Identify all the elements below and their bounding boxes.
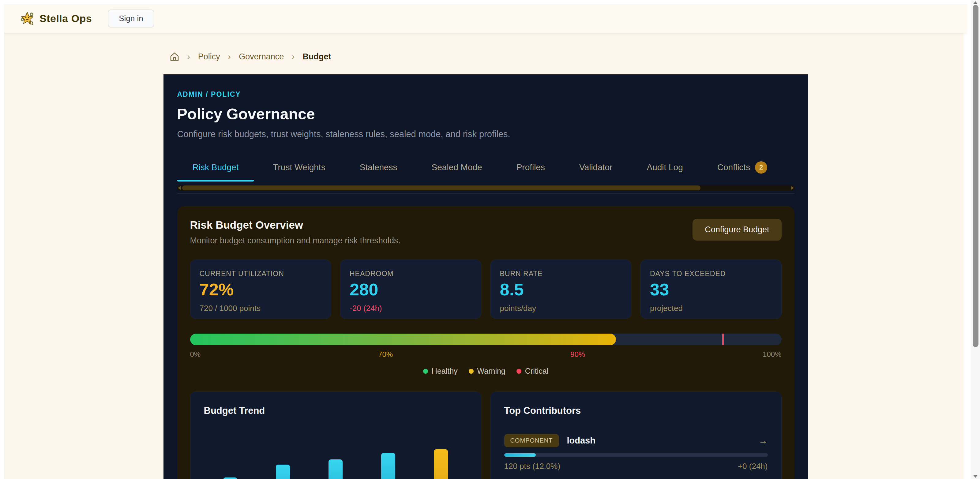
contribution-fill	[504, 453, 536, 457]
stat-value: 72%	[200, 281, 322, 298]
stat-value: 33	[650, 281, 772, 298]
scrollbar-thumb[interactable]	[973, 5, 978, 347]
stat-sub: -20 (24h)	[350, 304, 472, 313]
trend-bar[interactable]	[328, 460, 343, 479]
stat-card-burn-rate: BURN RATE 8.5 points/day	[490, 259, 632, 319]
warning-dot-icon	[469, 369, 474, 374]
top-contributors-title: Top Contributors	[504, 405, 768, 416]
overview-title: Risk Budget Overview	[190, 219, 401, 231]
stat-card-current-utilization: CURRENT UTILIZATION 72% 720 / 1000 point…	[190, 259, 331, 319]
budget-trend-card: Budget Trend 12/1 12/8 12/15 1	[190, 391, 481, 479]
stats-grid: CURRENT UTILIZATION 72% 720 / 1000 point…	[190, 259, 782, 319]
critical-threshold-marker	[722, 334, 724, 345]
legend-critical: Critical	[517, 367, 548, 376]
risk-budget-overview-card: Risk Budget Overview Monitor budget cons…	[177, 206, 794, 479]
status-legend: Healthy Warning Critical	[190, 367, 782, 376]
contributor-name: lodash	[567, 436, 595, 446]
home-icon[interactable]	[170, 52, 180, 62]
legend-warning: Warning	[469, 367, 506, 376]
overview-subtitle: Monitor budget consumption and manage ri…	[190, 236, 401, 245]
tab-risk-budget[interactable]: Risk Budget	[177, 157, 254, 181]
type-badge: COMPONENT	[504, 434, 559, 447]
tab-profiles[interactable]: Profiles	[501, 157, 560, 181]
stat-card-days-to-exceeded: DAYS TO EXCEEDED 33 projected	[641, 259, 782, 319]
scrollbar-track[interactable]	[971, 0, 980, 479]
axis-label-100: 100%	[763, 350, 781, 359]
contribution-points: 120 pts (12.0%)	[504, 461, 560, 471]
policy-governance-panel: ADMIN / POLICY Policy Governance Configu…	[164, 74, 808, 479]
healthy-dot-icon	[423, 369, 428, 374]
trend-bar[interactable]	[381, 453, 395, 479]
budget-trend-title: Budget Trend	[204, 405, 468, 416]
axis-label-70: 70%	[378, 350, 393, 359]
tabs-horizontal-scrollbar[interactable]	[177, 185, 794, 191]
trend-bar[interactable]	[223, 477, 237, 479]
tab-sealed-mode[interactable]: Sealed Mode	[416, 157, 498, 181]
brand[interactable]: Stella Ops	[21, 12, 92, 25]
stat-sub: 720 / 1000 points	[200, 304, 322, 313]
breadcrumb-governance[interactable]: Governance	[239, 52, 284, 62]
scroll-right-arrow-icon[interactable]	[791, 186, 794, 190]
trend-bar[interactable]	[434, 449, 448, 479]
contributor-row-lodash[interactable]: COMPONENT lodash → 120 pts (12.0%) +0 (2…	[504, 430, 768, 479]
scroll-up-arrow-icon[interactable]	[973, 1, 978, 4]
utilization-progress-bar	[190, 334, 782, 345]
breadcrumb-policy[interactable]: Policy	[198, 52, 220, 62]
stat-sub: projected	[650, 304, 772, 313]
app-window: Stella Ops Sign in › Policy › Governance…	[4, 4, 967, 479]
tab-conflicts[interactable]: Conflicts2	[702, 157, 783, 181]
axis-label-90: 90%	[570, 350, 585, 359]
sign-in-button[interactable]: Sign in	[108, 10, 154, 27]
legend-healthy: Healthy	[423, 367, 458, 376]
tab-staleness[interactable]: Staleness	[344, 157, 413, 181]
stat-label: DAYS TO EXCEEDED	[650, 270, 772, 278]
page-title: Policy Governance	[177, 105, 794, 123]
budget-trend-chart	[204, 440, 468, 479]
stat-label: HEADROOM	[350, 270, 472, 278]
scroll-down-arrow-icon[interactable]	[973, 475, 978, 478]
page-subtitle: Configure risk budgets, trust weights, s…	[177, 129, 794, 139]
critical-dot-icon	[517, 369, 521, 374]
breadcrumb: › Policy › Governance › Budget	[164, 52, 808, 62]
breadcrumb-separator: ›	[228, 52, 231, 62]
stat-sub: points/day	[500, 304, 622, 313]
utilization-axis-labels: 0% 70% 90% 100%	[190, 350, 782, 359]
tab-truncated[interactable]: Pl	[786, 157, 794, 181]
tab-audit-log[interactable]: Audit Log	[631, 157, 698, 181]
trend-flat-icon: →	[759, 436, 768, 446]
breadcrumb-current-budget: Budget	[303, 52, 331, 62]
tabs-scrollbar-thumb[interactable]	[182, 186, 700, 190]
stat-value: 280	[350, 281, 472, 298]
tab-validator[interactable]: Validator	[564, 157, 628, 181]
configure-budget-button[interactable]: Configure Budget	[692, 219, 781, 240]
scroll-left-arrow-icon[interactable]	[178, 186, 181, 190]
contribution-bar	[504, 453, 768, 457]
brand-name: Stella Ops	[40, 13, 92, 24]
browser-vertical-scrollbar[interactable]	[964, 0, 980, 479]
section-eyebrow: ADMIN / POLICY	[177, 90, 794, 99]
tab-trust-weights[interactable]: Trust Weights	[258, 157, 340, 181]
stat-value: 8.5	[500, 281, 622, 298]
breadcrumb-separator: ›	[292, 52, 294, 62]
utilization-section: 0% 70% 90% 100% Healthy Warning	[190, 334, 782, 376]
stat-label: CURRENT UTILIZATION	[200, 270, 322, 278]
star-mascot-logo-icon	[21, 12, 34, 25]
axis-label-0: 0%	[190, 350, 201, 359]
tabs-divider	[177, 193, 794, 194]
top-header-bar: Stella Ops Sign in	[4, 4, 967, 33]
tabs-container: Risk Budget Trust Weights Staleness Seal…	[177, 157, 794, 194]
stat-label: BURN RATE	[500, 270, 622, 278]
conflicts-count-badge: 2	[755, 161, 767, 173]
contribution-delta: +0 (24h)	[738, 461, 768, 471]
top-contributors-card: Top Contributors COMPONENT lodash →	[490, 391, 782, 479]
trend-bar[interactable]	[276, 465, 290, 479]
stat-card-headroom: HEADROOM 280 -20 (24h)	[340, 259, 481, 319]
breadcrumb-separator: ›	[188, 52, 190, 62]
utilization-fill	[190, 334, 616, 345]
